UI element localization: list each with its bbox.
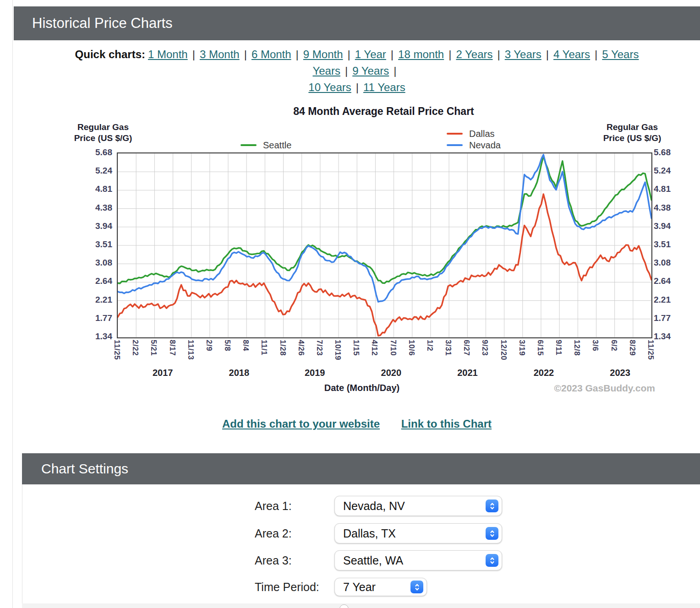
y-tick-2.64: 2.64 (654, 276, 697, 286)
time-period-label: Time Period: (255, 581, 319, 594)
seattle-line-swatch (241, 144, 257, 146)
y-tick-5.68: 5.68 (69, 147, 112, 157)
x-tick-12-20: 12/20 (499, 340, 508, 360)
separator: | (345, 65, 348, 77)
x-tick-7-23: 7/23 (315, 340, 324, 356)
year-label-2022: 2022 (523, 368, 564, 378)
area-1-value: Nevada, NV (335, 499, 486, 513)
y-tick-1.77: 1.77 (654, 313, 697, 323)
x-tick-3-31: 3/31 (443, 340, 453, 356)
x-tick-2-22: 2/22 (131, 340, 140, 356)
area-1-label: Area 1: (255, 499, 292, 513)
area-3-row: Area 3: Seattle, WA (0, 550, 700, 570)
chart-share-links: Add this chart to your website Link to t… (14, 418, 700, 430)
quick-chart-link-6-month[interactable]: 6 Month (252, 48, 291, 60)
time-period-value: 7 Year (335, 581, 410, 594)
x-tick-3-19: 3/19 (517, 340, 526, 356)
x-tick-5-8: 5/8 (223, 340, 232, 351)
separator: | (394, 65, 396, 77)
quick-chart-link-18-month[interactable]: 18 month (398, 48, 444, 60)
series-line-nevada (118, 155, 651, 302)
bottom-divider (22, 603, 700, 608)
separator: | (244, 48, 247, 60)
year-label-2019: 2019 (294, 368, 335, 378)
separator: | (595, 48, 597, 60)
select-stepper-icon (486, 554, 498, 567)
year-label-2023: 2023 (600, 368, 641, 378)
quick-chart-link-5-years[interactable]: 5 Years (602, 48, 639, 60)
x-tick-11-1: 11/1 (259, 340, 268, 355)
legend-label-seattle: Seattle (263, 140, 291, 151)
chart-title: 84 Month Average Retail Price Chart (117, 105, 651, 118)
x-tick-8-4: 8/4 (241, 340, 250, 351)
y-tick-3.08: 3.08 (69, 258, 112, 268)
legend-label-nevada: Nevada (469, 140, 501, 151)
area-3-select[interactable]: Seattle, WA (334, 550, 502, 570)
area-2-row: Area 2: Dallas, TX (0, 523, 700, 543)
quick-chart-link-3-years[interactable]: 3 Years (505, 48, 541, 60)
area-1-select[interactable]: Nevada, NV (334, 496, 502, 516)
settings-header: Chart Settings (22, 453, 700, 484)
price-lines-canvas (118, 153, 651, 337)
y-tick-3.94: 3.94 (69, 221, 112, 231)
x-axis-title: Date (Month/Day) (117, 383, 607, 393)
x-tick-6-27: 6/27 (462, 340, 471, 356)
x-tick-2-9: 2/9 (204, 340, 213, 351)
x-tick-4-12: 4/12 (370, 340, 379, 356)
x-tick-3-6: 3/6 (591, 340, 600, 351)
area-2-select[interactable]: Dallas, TX (334, 523, 502, 543)
select-stepper-icon (410, 581, 423, 593)
y-axis-title-right: Regular Gas Price (US $/G) (596, 122, 669, 144)
link-to-chart-link[interactable]: Link to this Chart (401, 418, 492, 430)
select-stepper-icon (486, 499, 498, 512)
quick-chart-link-9-month[interactable]: 9 Month (303, 48, 343, 60)
quick-chart-link-10-years[interactable]: 10 Years (308, 81, 351, 93)
legend-label-dallas: Dallas (469, 129, 495, 139)
year-label-2017: 2017 (142, 368, 183, 378)
quick-charts: Quick charts:1 Month|3 Month|6 Month|9 M… (14, 46, 700, 96)
settings-title: Chart Settings (41, 461, 128, 477)
separator: | (546, 48, 549, 60)
x-tick-6-15: 6/15 (536, 340, 545, 356)
quick-chart-link-1-year[interactable]: 1 Year (355, 48, 386, 60)
x-tick-11-25: 11/25 (646, 340, 655, 360)
x-tick-6-2: 6/2 (609, 340, 618, 351)
quick-chart-link-1-month[interactable]: 1 Month (148, 48, 188, 60)
plot-area (117, 152, 652, 338)
y-tick-5.24: 5.24 (69, 166, 112, 176)
y-tick-3.08: 3.08 (654, 258, 697, 268)
page-title: Historical Price Charts (32, 15, 173, 32)
quick-chart-link-11-years[interactable]: 11 Years (363, 81, 405, 93)
watermark: ©2023 GasBuddy.com (541, 383, 655, 394)
y-tick-2.21: 2.21 (69, 295, 112, 305)
x-tick-5-21: 5/21 (149, 340, 158, 356)
area-2-label: Area 2: (255, 527, 292, 540)
x-tick-12-8: 12/8 (572, 340, 581, 356)
x-tick-1-28: 1/28 (278, 340, 287, 356)
time-period-row: Time Period: 7 Year (0, 578, 700, 596)
page-left-border (12, 0, 13, 608)
separator: | (356, 81, 359, 93)
area-3-label: Area 3: (255, 554, 292, 567)
quick-chart-link-3-month[interactable]: 3 Month (200, 48, 240, 60)
x-tick-8-17: 8/17 (168, 340, 177, 356)
y-tick-2.21: 2.21 (654, 295, 697, 305)
time-period-select[interactable]: 7 Year (334, 578, 427, 596)
quick-chart-link-9-years[interactable]: 9 Years (352, 65, 389, 77)
separator: | (348, 48, 350, 60)
x-tick-1-2: 1/2 (425, 340, 434, 351)
price-chart: 84 Month Average Retail Price Chart Regu… (69, 101, 683, 394)
separator: | (497, 48, 500, 60)
legend-item-nevada: Nevada (447, 141, 501, 150)
add-chart-link[interactable]: Add this chart to your website (222, 418, 380, 430)
separator: | (391, 48, 394, 60)
quick-chart-link-4-years[interactable]: 4 Years (553, 48, 590, 60)
y-tick-3.51: 3.51 (69, 239, 112, 250)
legend-item-seattle: Seattle (241, 141, 291, 150)
area-2-value: Dallas, TX (335, 527, 486, 540)
x-tick-9-11: 9/11 (554, 340, 563, 355)
x-tick-9-23: 9/23 (480, 340, 489, 356)
quick-chart-link-years[interactable]: Years (312, 65, 340, 77)
quick-chart-link-2-years[interactable]: 2 Years (456, 48, 492, 60)
y-tick-4.81: 4.81 (654, 184, 697, 194)
